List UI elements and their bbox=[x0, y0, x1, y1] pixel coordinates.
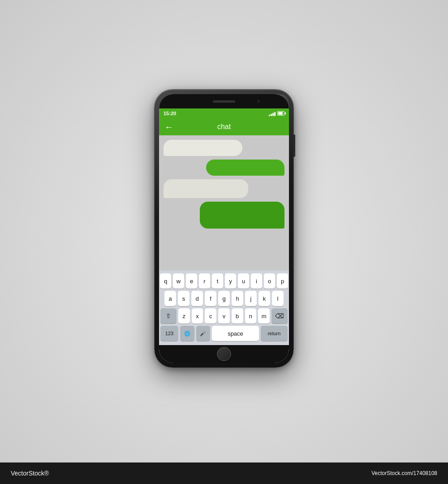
signal-bar-2 bbox=[271, 114, 272, 116]
key-a[interactable]: a bbox=[164, 291, 176, 306]
bubble-received-2 bbox=[164, 179, 248, 198]
key-d[interactable]: d bbox=[191, 291, 203, 306]
battery-fill bbox=[278, 112, 283, 115]
screen: 15:20 ← bbox=[159, 108, 289, 345]
key-u[interactable]: u bbox=[238, 273, 249, 289]
key-n[interactable]: n bbox=[245, 308, 257, 324]
signal-bar-3 bbox=[272, 113, 274, 116]
key-h[interactable]: h bbox=[232, 291, 243, 306]
camera bbox=[257, 100, 260, 103]
home-button[interactable] bbox=[217, 347, 231, 361]
key-f[interactable]: f bbox=[205, 291, 216, 306]
battery-icon bbox=[277, 111, 284, 116]
shift-key[interactable]: ⇧ bbox=[160, 308, 177, 324]
keyboard[interactable]: q w e r t y u i o p a s bbox=[159, 271, 289, 345]
key-b[interactable]: b bbox=[232, 308, 243, 324]
key-g[interactable]: g bbox=[218, 291, 230, 306]
key-t[interactable]: t bbox=[212, 273, 223, 289]
bottom-bezel bbox=[159, 345, 289, 363]
key-s[interactable]: s bbox=[178, 291, 190, 306]
watermark-brand: VectorStock® bbox=[11, 470, 49, 477]
key-j[interactable]: j bbox=[245, 291, 257, 306]
key-e[interactable]: e bbox=[186, 273, 197, 289]
key-k[interactable]: k bbox=[258, 291, 270, 306]
shift-icon: ⇧ bbox=[166, 312, 171, 320]
signal-bar-4 bbox=[274, 112, 276, 116]
key-q[interactable]: q bbox=[160, 273, 171, 289]
delete-key[interactable]: ⌫ bbox=[271, 308, 288, 324]
numbers-key[interactable]: 123 bbox=[160, 326, 178, 341]
key-y[interactable]: y bbox=[225, 273, 236, 289]
phone-wrapper: 15:20 ← bbox=[155, 90, 293, 367]
key-v[interactable]: v bbox=[218, 308, 230, 324]
app-bar: ← chat bbox=[159, 118, 289, 135]
phone-device: 15:20 ← bbox=[155, 90, 293, 367]
key-m[interactable]: m bbox=[258, 308, 270, 324]
status-time: 15:20 bbox=[164, 111, 176, 116]
key-c[interactable]: c bbox=[205, 308, 216, 324]
keyboard-row-4: 123 🌐 🎤 space return bbox=[160, 326, 288, 341]
return-key[interactable]: return bbox=[261, 326, 288, 341]
delete-icon: ⌫ bbox=[275, 312, 284, 320]
keyboard-row-1: q w e r t y u i o p bbox=[160, 273, 288, 289]
key-i[interactable]: i bbox=[251, 273, 262, 289]
key-l[interactable]: l bbox=[272, 291, 284, 306]
speaker bbox=[213, 100, 235, 103]
status-bar: 15:20 bbox=[159, 108, 289, 118]
key-o[interactable]: o bbox=[264, 273, 275, 289]
watermark-url: VectorStock.com/17408108 bbox=[371, 470, 437, 476]
key-x[interactable]: x bbox=[192, 308, 203, 324]
bubble-sent-1 bbox=[206, 160, 285, 176]
watermark-bar: VectorStock® VectorStock.com/17408108 bbox=[0, 462, 448, 484]
signal-icon bbox=[269, 111, 276, 116]
chat-area bbox=[159, 135, 289, 271]
top-bezel bbox=[159, 94, 289, 108]
app-title: chat bbox=[179, 123, 269, 131]
key-w[interactable]: w bbox=[173, 273, 184, 289]
keyboard-row-2: a s d f g h j k l bbox=[160, 291, 288, 306]
microphone-key[interactable]: 🎤 bbox=[196, 326, 211, 341]
keyboard-row-3: ⇧ z x c v b n m ⌫ bbox=[160, 308, 288, 324]
key-p[interactable]: p bbox=[277, 273, 288, 289]
phone-screen-container: 15:20 ← bbox=[159, 94, 289, 363]
signal-bar-1 bbox=[269, 115, 270, 116]
bubble-received-1 bbox=[164, 140, 242, 156]
key-r[interactable]: r bbox=[199, 273, 210, 289]
back-button[interactable]: ← bbox=[164, 122, 173, 132]
key-z[interactable]: z bbox=[178, 308, 190, 324]
globe-key[interactable]: 🌐 bbox=[180, 326, 194, 341]
space-key[interactable]: space bbox=[212, 326, 259, 341]
status-icons bbox=[269, 111, 284, 116]
bubble-sent-2 bbox=[200, 202, 284, 229]
